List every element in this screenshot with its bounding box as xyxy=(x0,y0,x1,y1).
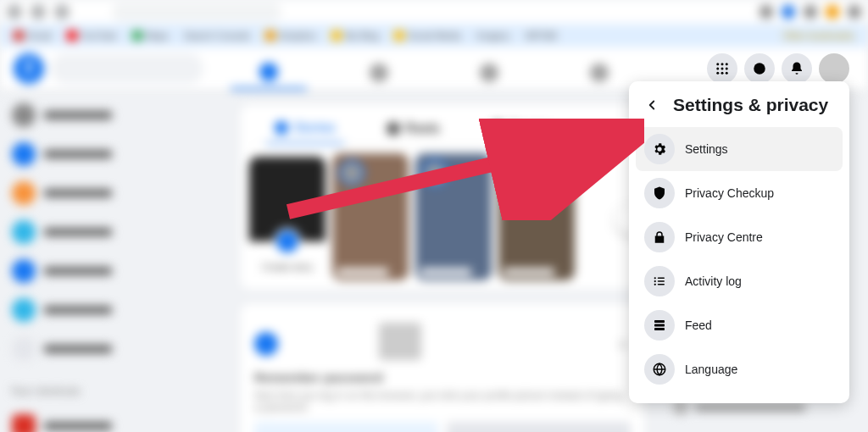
browser-chrome: Gmail YouTube Maps Search Console Analyt… xyxy=(0,0,868,47)
ok-button[interactable] xyxy=(254,422,438,432)
address-bar[interactable] xyxy=(112,3,281,21)
svg-rect-18 xyxy=(654,328,665,330)
menu-item-settings[interactable]: Settings xyxy=(636,127,843,171)
tab-market[interactable] xyxy=(451,56,527,90)
tab-watch[interactable] xyxy=(341,56,417,90)
menu-item-privacy-checkup[interactable]: Privacy Checkup xyxy=(636,171,843,215)
remember-password-card: ✕ Remember password Next time you log in… xyxy=(241,304,644,432)
feed-icon xyxy=(644,310,675,341)
svg-point-10 xyxy=(654,277,656,279)
globe-icon xyxy=(644,354,675,385)
settings-privacy-dropdown: Settings & privacy Settings Privacy Chec… xyxy=(629,81,849,403)
menu-item-privacy-centre[interactable]: Privacy Centre xyxy=(636,215,843,259)
menu-item-feed[interactable]: Feed xyxy=(636,303,843,347)
account-avatar[interactable] xyxy=(819,53,849,84)
menu-grid-icon[interactable] xyxy=(707,53,737,84)
svg-point-4 xyxy=(721,68,724,70)
svg-rect-16 xyxy=(654,320,665,323)
search-input[interactable] xyxy=(51,53,203,84)
create-story[interactable]: Create story xyxy=(249,153,326,280)
bookmarks-bar: Gmail YouTube Maps Search Console Analyt… xyxy=(0,24,868,47)
menu-label: Language xyxy=(685,363,737,376)
left-sidebar: Your shortcuts xyxy=(0,90,220,432)
svg-rect-11 xyxy=(658,278,665,280)
svg-point-1 xyxy=(721,63,724,65)
lock-icon xyxy=(644,222,675,252)
dropdown-title: Settings & privacy xyxy=(673,95,828,115)
menu-item-activity-log[interactable]: Activity log xyxy=(636,259,843,303)
center-nav xyxy=(231,56,637,90)
notifications-icon[interactable] xyxy=(782,53,812,84)
svg-point-6 xyxy=(716,72,719,75)
svg-point-12 xyxy=(654,280,656,282)
stories-tab-stories[interactable]: Stories xyxy=(266,114,344,144)
svg-point-7 xyxy=(721,72,724,75)
svg-point-9 xyxy=(754,63,765,75)
not-now-button[interactable] xyxy=(447,422,631,432)
svg-rect-17 xyxy=(654,324,665,327)
svg-point-0 xyxy=(716,63,719,65)
stories-tab-reels[interactable]: Reels xyxy=(378,114,448,144)
svg-point-8 xyxy=(726,72,728,75)
tab-groups[interactable] xyxy=(561,56,637,90)
menu-label: Activity log xyxy=(685,274,742,288)
svg-rect-13 xyxy=(658,280,665,282)
facebook-logo[interactable]: f xyxy=(14,53,44,84)
svg-point-5 xyxy=(726,68,728,70)
menu-label: Feed xyxy=(685,318,712,332)
stories-card: Stories Reels Rooms Create story xyxy=(241,105,644,289)
svg-rect-15 xyxy=(658,284,665,285)
menu-label: Privacy Checkup xyxy=(685,186,774,200)
svg-point-3 xyxy=(716,68,719,70)
annotation-arrow xyxy=(280,119,644,220)
messenger-icon[interactable] xyxy=(744,53,775,84)
stories-tab-rooms[interactable]: Rooms xyxy=(482,114,561,144)
back-button[interactable] xyxy=(643,96,661,114)
svg-point-2 xyxy=(726,63,728,65)
gear-icon xyxy=(644,134,675,164)
header-right-icons xyxy=(707,53,849,84)
shield-lock-icon xyxy=(644,178,675,208)
main-feed: Stories Reels Rooms Create story xyxy=(220,90,665,432)
menu-label: Privacy Centre xyxy=(685,230,763,244)
svg-point-14 xyxy=(654,284,656,285)
tab-home[interactable] xyxy=(231,56,307,90)
list-icon xyxy=(644,266,675,296)
svg-line-20 xyxy=(288,134,623,212)
menu-item-language[interactable]: Language xyxy=(636,347,843,391)
menu-label: Settings xyxy=(685,142,728,156)
